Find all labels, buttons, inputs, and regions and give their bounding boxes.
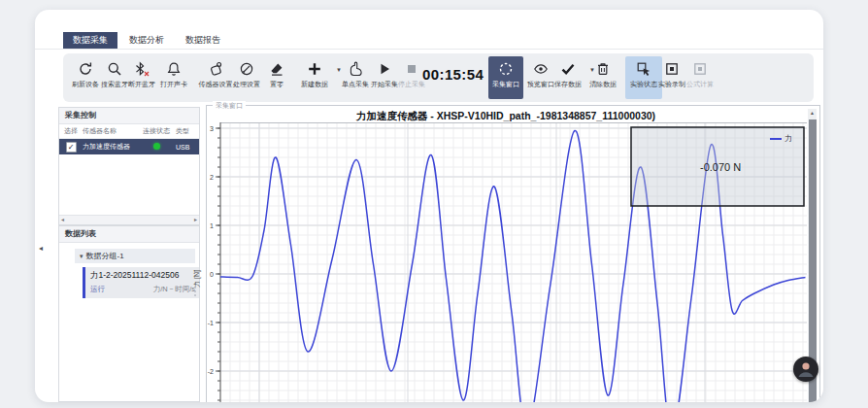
- formula-calc[interactable]: 公式计算: [679, 56, 721, 99]
- collect-control-title: 采集控制: [59, 108, 199, 124]
- group-expand-icon[interactable]: ▾: [80, 253, 83, 259]
- sensor-table-hscrollbar[interactable]: ◂ ▸: [59, 215, 199, 224]
- svg-text:0: 0: [210, 271, 214, 278]
- data-item-axes: 力/N－时间/s: [153, 285, 195, 294]
- bell-icon: [152, 61, 195, 79]
- sensor-type: USB: [176, 144, 199, 151]
- scroll-up-icon[interactable]: ▲: [808, 109, 817, 118]
- stop-icon: [390, 61, 433, 79]
- chart-title: 力加速度传感器 - XHSP-V10HID_path_-1981348857_1…: [207, 110, 805, 123]
- status-dot: [153, 143, 160, 150]
- sensor-table-header: 选择 传感器名称 连接状态 类型: [59, 124, 199, 139]
- scroll-right-icon[interactable]: ▸: [194, 216, 197, 223]
- stop-collect[interactable]: 停止采集: [390, 56, 433, 99]
- chart-panel: 采集窗口 力加速度传感器 - XHSP-V10HID_path_-1981348…: [206, 105, 820, 402]
- col-select: 选择: [59, 126, 83, 136]
- data-item-title: 力1-2-20251112-042506: [90, 270, 195, 282]
- set-zero[interactable]: 置零: [255, 56, 298, 99]
- data-list-title: 数据列表: [59, 226, 199, 243]
- sensor-row[interactable]: ✓ 力加速度传感器 USB: [59, 139, 199, 154]
- data-item[interactable]: 力1-2-20251112-042506 ⋮ 运行 力/N－时间/s: [83, 267, 199, 298]
- selection-annotation: -0.070 N: [700, 161, 741, 173]
- toolbar: 00:15:54 刷新设备搜索蓝牙断开蓝牙打开声卡传感器设置处理设置置零▼新建数…: [63, 53, 814, 102]
- tool-label: 打开声卡: [152, 80, 195, 89]
- tool-label: 采集窗口: [488, 80, 523, 89]
- legend-label: 力: [785, 133, 792, 144]
- svg-text:2: 2: [210, 174, 214, 181]
- sensor-checkbox[interactable]: ✓: [66, 142, 77, 153]
- chart-legend: 力: [770, 133, 792, 144]
- legend-line-swatch: [770, 138, 782, 140]
- data-item-status: 运行: [90, 285, 105, 294]
- eraser-icon: [255, 61, 298, 79]
- col-sensor-name: 传感器名称: [83, 126, 137, 136]
- tabs-divider: [35, 49, 823, 50]
- app-window: 数据采集 数据分析 数据报告 00:15:54 刷新设备搜索蓝牙断开蓝牙打开声卡…: [35, 10, 823, 402]
- scroll-left-icon[interactable]: ◂: [61, 216, 64, 223]
- plus-icon: [293, 61, 336, 79]
- data-list-panel: 数据列表 ▾数据分组-1 力1-2-20251112-042506 ⋮ 运行 力…: [58, 225, 200, 402]
- person-icon: [793, 357, 818, 382]
- svg-text:-2: -2: [208, 368, 214, 375]
- main-tabs: 数据采集 数据分析 数据报告: [63, 32, 230, 49]
- tool-label: 公式计算: [679, 80, 721, 89]
- svg-text:1: 1: [210, 222, 214, 229]
- new-data[interactable]: ▼新建数据: [293, 56, 336, 99]
- collect-window[interactable]: 采集窗口: [488, 56, 523, 99]
- formula-box-icon: [679, 61, 721, 79]
- col-type: 类型: [176, 126, 199, 136]
- assistant-avatar-button[interactable]: [793, 357, 818, 382]
- tab-data-collect[interactable]: 数据采集: [63, 32, 117, 49]
- collect-control-panel: 采集控制 选择 传感器名称 连接状态 类型 ✓ 力加速度传感器 USB ◂ ▸: [58, 107, 200, 225]
- tool-label: 置零: [255, 80, 298, 89]
- sidebar-collapse-icon[interactable]: ◂: [39, 244, 43, 253]
- y-axis-label: 力 [N]: [192, 270, 202, 288]
- plot-area[interactable]: 力 -0.070 N 3210-1-2-3: [207, 122, 807, 402]
- group-label: 数据分组-1: [86, 252, 124, 260]
- open-soundcard[interactable]: 打开声卡: [152, 56, 195, 99]
- tab-data-report[interactable]: 数据报告: [176, 32, 230, 49]
- tool-label: 新建数据: [293, 80, 336, 89]
- trash-icon: [582, 61, 624, 79]
- col-conn-status: 连接状态: [137, 126, 176, 136]
- sensor-name: 力加速度传感器: [83, 142, 137, 152]
- data-group-row[interactable]: ▾数据分组-1: [75, 249, 195, 263]
- svg-text:3: 3: [210, 125, 214, 132]
- svg-text:-1: -1: [208, 320, 214, 326]
- tab-data-analysis[interactable]: 数据分析: [119, 32, 174, 49]
- tool-label: 清除数据: [582, 80, 624, 89]
- dashed-circle-icon: [488, 61, 523, 79]
- clear-data[interactable]: 清除数据: [582, 56, 624, 99]
- tool-label: 停止采集: [390, 80, 433, 89]
